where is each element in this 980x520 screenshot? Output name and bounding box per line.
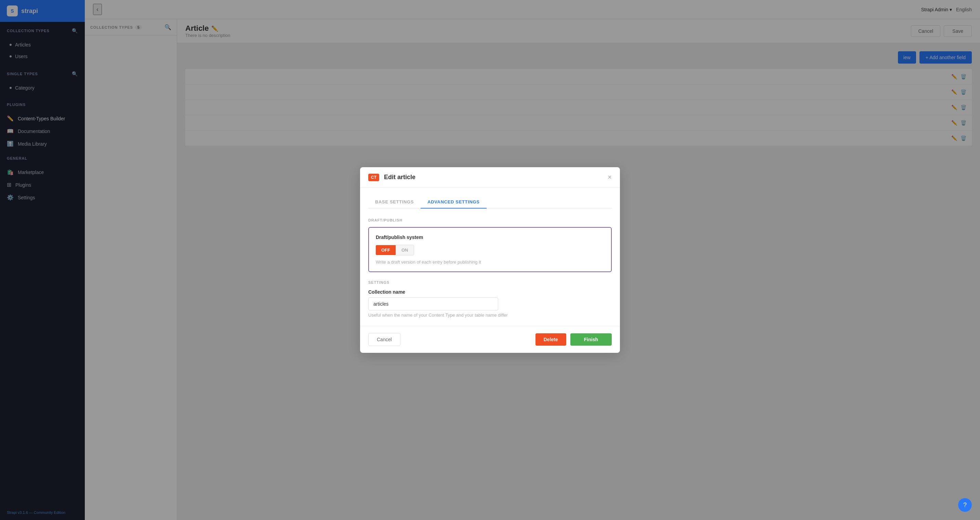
modal-cancel-button[interactable]: Cancel [368,333,401,346]
modal-close-button[interactable]: × [608,173,612,181]
modal-tabs: BASE SETTINGS ADVANCED SETTINGS [368,196,612,208]
modal-title: Edit article [384,174,415,181]
modal-header: CT Edit article × [360,167,620,188]
finish-button[interactable]: Finish [570,333,612,346]
settings-section: SETTINGS Collection name Useful when the… [368,280,612,318]
edit-article-modal: CT Edit article × BASE SETTINGS ADVANCED… [360,167,620,353]
draft-publish-label: Draft/publish system [376,235,604,240]
toggle-on-button[interactable]: ON [396,245,414,255]
tab-base-settings[interactable]: BASE SETTINGS [368,196,421,208]
help-button[interactable]: ? [958,498,972,512]
collection-name-input[interactable] [368,297,498,310]
modal-overlay[interactable]: CT Edit article × BASE SETTINGS ADVANCED… [0,0,980,520]
toggle-off-button[interactable]: OFF [376,245,396,255]
tab-advanced-settings[interactable]: ADVANCED SETTINGS [421,196,486,208]
toggle-hint: Write a draft version of each entry befo… [376,259,604,265]
modal-body: BASE SETTINGS ADVANCED SETTINGS DRAFT/PU… [360,188,620,326]
delete-button[interactable]: Delete [536,333,566,346]
draft-publish-box: Draft/publish system OFF ON Write a draf… [368,227,612,272]
collection-name-hint: Useful when the name of your Content Typ… [368,312,612,318]
collection-name-label: Collection name [368,289,612,295]
toggle-row: OFF ON [376,245,604,255]
ct-badge: CT [368,174,379,181]
draft-section-label: DRAFT/PUBLISH [368,218,612,222]
modal-footer: Cancel Delete Finish [360,326,620,353]
settings-section-label: SETTINGS [368,280,612,285]
modal-footer-right: Delete Finish [536,333,612,346]
modal-header-left: CT Edit article [368,174,415,181]
